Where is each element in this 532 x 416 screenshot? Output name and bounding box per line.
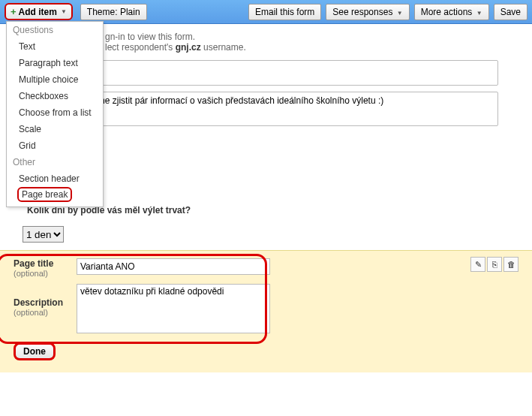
page-title-input[interactable] [77, 258, 270, 275]
menu-item-scale[interactable]: Scale [7, 121, 103, 137]
plus-icon: + [11, 6, 17, 17]
menu-item-page-break[interactable]: Page break [17, 187, 72, 202]
page-description-label: Description (optional) [14, 284, 72, 317]
delete-icon[interactable]: 🗑 [503, 257, 518, 272]
copy-icon[interactable]: ⎘ [487, 257, 502, 272]
chevron-down-icon: ▼ [476, 10, 482, 17]
add-item-button[interactable]: + Add item ▼ [5, 3, 73, 20]
theme-label: Theme: [87, 7, 118, 17]
see-responses-button[interactable]: See responses ▼ [326, 4, 409, 20]
more-actions-button[interactable]: More actions ▼ [414, 4, 489, 20]
add-item-menu: Questions Text Paragraph text Multiple c… [6, 21, 104, 207]
page-break-editor: ✎ ⎘ 🗑 Page title (optional) Description … [0, 250, 532, 372]
email-form-button[interactable]: Email this form [248, 4, 321, 20]
theme-button[interactable]: Theme: Plain [80, 4, 147, 20]
item-actions: ✎ ⎘ 🗑 [470, 257, 518, 272]
info-line-1: gn-in to view this form. [105, 32, 514, 42]
menu-header-questions: Questions [7, 22, 103, 38]
menu-item-text[interactable]: Text [7, 38, 103, 55]
add-item-label: Add item [19, 7, 57, 17]
menu-header-other: Other [7, 154, 103, 170]
menu-item-choose-from-list[interactable]: Choose from a list [7, 104, 103, 121]
menu-item-section-header[interactable]: Section header [7, 170, 103, 187]
info-line-2: lect respondent's gnj.cz username. [105, 42, 514, 53]
page-title-label: Page title (optional) [14, 258, 72, 278]
menu-item-checkboxes[interactable]: Checkboxes [7, 88, 103, 104]
menu-item-grid[interactable]: Grid [7, 137, 103, 154]
menu-item-multiple-choice[interactable]: Multiple choice [7, 71, 103, 88]
done-button[interactable]: Done [14, 342, 56, 360]
page-description-input[interactable]: větev dotazníku při kladné odpovědi [77, 284, 270, 333]
menu-item-paragraph-text[interactable]: Paragraph text [7, 55, 103, 71]
chevron-down-icon: ▼ [397, 10, 403, 17]
edit-icon[interactable]: ✎ [470, 257, 485, 272]
theme-value: Plain [120, 7, 140, 17]
chevron-down-icon: ▼ [61, 8, 67, 15]
save-button[interactable]: Save [494, 4, 527, 20]
days-select[interactable]: 1 den [23, 226, 64, 243]
